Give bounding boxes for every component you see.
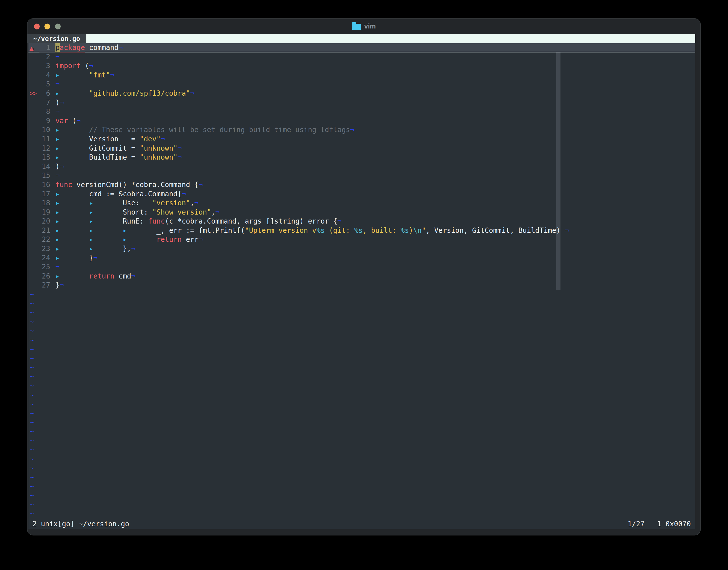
tilde-marker: ~ <box>30 372 34 381</box>
code-segment-txt: ) <box>55 98 60 107</box>
code-line-10[interactable]: 10▸// These variables will be set during… <box>28 125 695 134</box>
code-segment-str: "unknown" <box>139 153 177 162</box>
eol-marker-icon: ¬ <box>177 144 182 153</box>
vim-statusline: 2 unix[go] ~/version.go 1/27 1 0x0070 <box>28 520 695 529</box>
code-line-14[interactable]: 14)¬ <box>28 162 695 171</box>
code-segment-str: "fmt" <box>89 71 110 80</box>
code-text: ▸▸Use: "version",¬ <box>55 199 198 208</box>
empty-buffer-line: ~ <box>28 326 695 336</box>
close-button[interactable] <box>34 23 40 29</box>
tab-indent-icon: ▸ <box>55 217 89 226</box>
code-line-7[interactable]: 7)¬ <box>28 98 695 107</box>
line-number: 18 <box>39 199 55 208</box>
line-number: 8 <box>39 107 55 116</box>
code-line-2[interactable]: 2¬ <box>28 52 695 62</box>
code-line-6[interactable]: >>6▸"github.com/spf13/cobra"¬ <box>28 89 695 98</box>
sign-column <box>28 217 39 226</box>
tilde-marker: ~ <box>30 363 34 372</box>
code-segment-und: command <box>85 43 119 52</box>
tab-indent-icon: ▸ <box>55 144 89 153</box>
window-bottom-frame <box>27 529 700 535</box>
code-line-13[interactable]: 13▸BuildTime = "unknown"¬ <box>28 153 695 162</box>
code-text: var (¬ <box>55 116 81 125</box>
line-number: 14 <box>39 162 55 171</box>
folder-icon <box>352 24 361 30</box>
code-line-27[interactable]: 27}¬ <box>28 281 695 290</box>
empty-buffer-line: ~ <box>28 400 695 409</box>
code-line-1[interactable]: ▲!1package command¬ <box>28 43 695 52</box>
empty-buffer-line: ~ <box>28 354 695 363</box>
line-number: 11 <box>39 134 55 144</box>
empty-buffer-line: ~ <box>28 437 695 446</box>
code-text: ¬ <box>55 80 60 89</box>
code-line-12[interactable]: 12▸GitCommit = "unknown"¬ <box>28 144 695 153</box>
tilde-marker: ~ <box>30 354 34 363</box>
tilde-marker: ~ <box>30 409 34 418</box>
tilde-marker: ~ <box>30 336 34 345</box>
vim-terminal-window: vim ~/version.go ▲!1package command¬2¬3i… <box>27 19 700 535</box>
line-number: 3 <box>39 61 55 71</box>
sign-column <box>28 52 39 62</box>
vim-tabline: ~/version.go <box>27 34 700 43</box>
code-segment-txt: , <box>190 199 194 208</box>
tab-indent-icon: ▸ <box>89 226 123 235</box>
code-segment-txt: Short: <box>123 208 152 217</box>
sign-column <box>28 171 39 180</box>
code-line-20[interactable]: 20▸▸RunE: func(c *cobra.Command, args []… <box>28 217 695 226</box>
zoom-button[interactable] <box>55 23 61 29</box>
code-line-23[interactable]: 23▸▸},¬ <box>28 244 695 254</box>
window-titlebar[interactable]: vim <box>27 19 700 34</box>
code-line-19[interactable]: 19▸▸Short: "Show version",¬ <box>28 208 695 217</box>
code-text: ▸▸▸_, err := fmt.Printf("Upterm version … <box>55 226 569 235</box>
code-area[interactable]: ▲!1package command¬2¬3import (¬4▸"fmt"¬5… <box>28 43 695 520</box>
code-segment-txt: _, err := fmt.Printf( <box>156 226 245 235</box>
code-line-15[interactable]: 15¬ <box>28 171 695 180</box>
code-text: ▸// These variables will be set during b… <box>55 125 354 134</box>
eol-marker-icon: ¬ <box>160 134 165 144</box>
line-number: 2 <box>39 52 55 62</box>
code-line-5[interactable]: 5¬ <box>28 80 695 89</box>
code-line-16[interactable]: 16func versionCmd() *cobra.Command {¬ <box>28 180 695 190</box>
line-number: 21 <box>39 226 55 235</box>
code-line-22[interactable]: 22▸▸▸return err¬ <box>28 235 695 244</box>
code-segment-kw: var <box>55 116 68 125</box>
line-number: 9 <box>39 116 55 125</box>
eol-marker-icon: ¬ <box>76 116 81 125</box>
code-line-4[interactable]: 4▸"fmt"¬ <box>28 71 695 80</box>
code-line-3[interactable]: 3import (¬ <box>28 61 695 71</box>
empty-buffer-line: ~ <box>28 290 695 299</box>
code-line-21[interactable]: 21▸▸▸_, err := fmt.Printf("Upterm versio… <box>28 226 695 235</box>
line-number: 16 <box>39 180 55 190</box>
code-line-9[interactable]: 9var (¬ <box>28 116 695 125</box>
code-segment-txt: cmd <box>114 272 131 281</box>
tab-indent-icon: ▸ <box>55 125 89 134</box>
code-line-17[interactable]: 17▸cmd := &cobra.Command{¬ <box>28 190 695 199</box>
tab-indent-icon: ▸ <box>55 272 89 281</box>
eol-marker-icon: ¬ <box>110 71 114 80</box>
eol-marker-icon: ¬ <box>565 226 569 235</box>
code-line-8[interactable]: 8¬ <box>28 107 695 116</box>
tilde-marker: ~ <box>30 299 34 308</box>
line-number: 25 <box>39 263 55 272</box>
code-segment-str: ) <box>409 226 413 235</box>
eol-marker-icon: ¬ <box>131 244 135 254</box>
sign-column <box>28 235 39 244</box>
code-line-24[interactable]: 24▸}¬ <box>28 254 695 263</box>
code-line-18[interactable]: 18▸▸Use: "version",¬ <box>28 199 695 208</box>
tab-indent-icon: ▸ <box>55 235 89 244</box>
minimize-button[interactable] <box>44 23 50 29</box>
line-number: 13 <box>39 153 55 162</box>
code-line-25[interactable]: 25¬ <box>28 263 695 272</box>
code-text: ¬ <box>55 171 60 180</box>
code-segment-com: // These variables will be set during bu… <box>89 125 350 134</box>
code-line-11[interactable]: 11▸Version = "dev"¬ <box>28 134 695 144</box>
tabline-fill <box>86 34 695 43</box>
tab-version-go[interactable]: ~/version.go <box>27 34 86 43</box>
sign-column <box>28 263 39 272</box>
eol-marker-icon: ¬ <box>215 208 220 217</box>
code-line-26[interactable]: 26▸return cmd¬ <box>28 272 695 281</box>
code-text: ▸▸RunE: func(c *cobra.Command, args []st… <box>55 217 341 226</box>
line-number: 20 <box>39 217 55 226</box>
empty-buffer-line: ~ <box>28 372 695 381</box>
code-segment-fmt: %s <box>354 226 363 235</box>
